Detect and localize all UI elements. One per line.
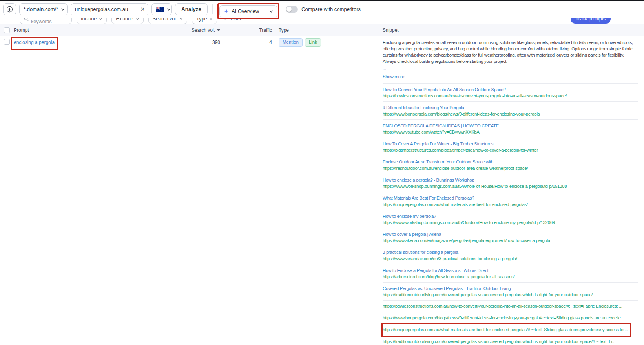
select-all-checkbox[interactable]	[4, 27, 10, 33]
result-url[interactable]: https://uniquepergolas.com.au/what-mater…	[383, 327, 630, 333]
sort-desc-icon	[217, 29, 220, 31]
row-bottom-border	[0, 343, 644, 343]
result-url[interactable]: https://www.bonpergola.com/blogs/news/9-…	[383, 111, 638, 117]
result-url[interactable]: https://www.bonpergola.com/blogs/news/9-…	[383, 315, 638, 321]
domain-query-field: ✕	[71, 3, 148, 15]
snippet-cell: Enclosing a pergola creates an all-seaso…	[383, 39, 638, 345]
row-checkbox[interactable]	[4, 39, 10, 45]
col-header-traffic-label: Traffic	[259, 28, 272, 33]
search-result-item: 9 Different Ideas for Enclosing Your Per…	[383, 101, 638, 119]
result-url[interactable]: https://www.workshop.bunnings.com.au/t5/…	[383, 183, 638, 189]
search-result-item: Covered Pergolas vs. Uncovered Pergolas …	[383, 282, 638, 300]
domain-scope-dropdown[interactable]: *.domain.com/*	[19, 3, 68, 15]
chevron-down-icon	[136, 18, 139, 20]
australia-flag-icon	[156, 7, 164, 12]
result-url[interactable]: https://traditionoutdoorliving.com/cover…	[383, 338, 638, 345]
type-badges: Mention Link	[279, 38, 321, 47]
result-url[interactable]: https://traditionoutdoorliving.com/cover…	[383, 292, 638, 298]
domain-query-input[interactable]	[75, 6, 138, 12]
compare-toggle-group: Compare with competitors	[286, 3, 361, 15]
chevron-down-icon	[209, 18, 213, 20]
compare-toggle-label: Compare with competitors	[301, 6, 361, 12]
search-result-item: How to enclose my pergola? https://www.w…	[383, 210, 638, 228]
plus-circle-icon	[6, 6, 13, 13]
search-result-item: How to cover a pergola | Akena https://w…	[383, 228, 638, 246]
toggle-knob	[286, 7, 292, 12]
table-header: Prompt Search vol. Traffic Type Snippet	[0, 24, 644, 36]
country-dropdown[interactable]	[151, 3, 172, 15]
result-title[interactable]: Enclose Outdoor Area: Transform Your Out…	[383, 159, 638, 165]
result-title[interactable]: 3 practical solutions for closing a perg…	[383, 249, 638, 255]
table-right-border	[639, 24, 639, 345]
search-result-item: How to enclose a pergola? - Bunnings Wor…	[383, 174, 638, 192]
result-url[interactable]: https://bowiesconstructions.com.au/how-t…	[383, 93, 638, 99]
search-result-item: https://bowiesconstructions.com.au/how-t…	[383, 300, 638, 312]
result-title[interactable]: How to Enclose a Pergola for All Seasons…	[383, 267, 638, 273]
chevron-down-icon	[167, 8, 171, 11]
analyze-button[interactable]: Analyze	[175, 3, 208, 15]
result-title[interactable]: ENCLOSED PERGOLA DESIGN IDEAS | HOW TO C…	[383, 123, 638, 129]
prompt-link[interactable]: enclosing a pergola	[14, 40, 55, 45]
ai-sparkle-icon	[224, 9, 229, 14]
result-title[interactable]: Covered Pergolas vs. Uncovered Pergolas …	[383, 285, 638, 292]
result-url[interactable]: https://www.akena.com/en/magazine/pergol…	[383, 237, 638, 244]
annotation-box-ai-overview: AI Overview	[217, 3, 279, 19]
window-top-edge	[0, 0, 644, 1]
result-url[interactable]: https://www.verandair.com/en/3-practical…	[383, 255, 638, 262]
result-title[interactable]: How to enclose my pergola?	[383, 213, 638, 219]
search-result-item: https://www.bonpergola.com/blogs/news/9-…	[383, 312, 638, 324]
result-title[interactable]: What Materials Are Best For Enclosed Per…	[383, 195, 638, 201]
chevron-down-icon	[179, 18, 183, 20]
analysis-toolbar: *.domain.com/* ✕	[0, 1, 644, 18]
search-result-item: https://traditionoutdoorliving.com/cover…	[383, 336, 638, 345]
compare-toggle[interactable]	[286, 6, 298, 13]
search-result-item: 3 practical solutions for closing a perg…	[383, 246, 638, 264]
app-window: Track prompts Search keywords Include Ex…	[0, 0, 644, 345]
col-header-search-vol-label: Search vol.	[192, 28, 215, 33]
result-title[interactable]: 9 Different Ideas for Enclosing Your Per…	[383, 105, 638, 111]
add-button[interactable]	[3, 3, 16, 15]
report-mode-dropdown[interactable]: AI Overview	[219, 5, 277, 17]
traffic-value: 4	[247, 40, 272, 45]
col-header-type[interactable]: Type	[279, 28, 289, 33]
result-url[interactable]: https://arborsdirect.com/blog/how-to-enc…	[383, 273, 638, 280]
search-result-item: Enclose Outdoor Area: Transform Your Out…	[383, 156, 638, 174]
domain-scope-value: *.domain.com/*	[24, 6, 58, 12]
chevron-down-icon	[269, 10, 273, 13]
result-title[interactable]: How To Cover A Pergola For Winter - Big …	[383, 141, 638, 147]
snippet-links: How To Convert Your Pergola Into An All-…	[383, 83, 638, 345]
result-title[interactable]: How to enclose a pergola? - Bunnings Wor…	[383, 177, 638, 183]
result-url[interactable]: https://bigtimberstructures.com/blogs/ti…	[383, 147, 638, 153]
result-title[interactable]: How To Convert Your Pergola Into An All-…	[383, 86, 638, 93]
col-header-prompt[interactable]: Prompt	[14, 28, 29, 33]
show-more-link[interactable]: Show more	[383, 73, 404, 80]
col-header-search-vol[interactable]: Search vol.	[173, 28, 220, 33]
result-url[interactable]: https://freshoutdoor.com.au/enclose-outd…	[383, 165, 638, 171]
chevron-down-icon	[99, 18, 102, 20]
search-vol-value: 390	[173, 40, 220, 45]
search-result-item: How to Enclose a Pergola for All Seasons…	[383, 264, 638, 282]
result-url[interactable]: https://www.youtube.com/watch?v=CBvwwnXX…	[383, 129, 638, 135]
search-result-item: How To Convert Your Pergola Into An All-…	[383, 83, 638, 101]
link-badge: Link	[305, 38, 321, 47]
clear-input-icon[interactable]: ✕	[140, 7, 145, 12]
result-title[interactable]: How to cover a pergola | Akena	[383, 231, 638, 237]
result-url[interactable]: https://uniquepergolas.com.au/what-mater…	[383, 201, 638, 207]
chevron-down-icon	[61, 8, 65, 11]
search-result-item: What Materials Are Best For Enclosed Per…	[383, 192, 638, 210]
col-header-snippet[interactable]: Snippet	[383, 28, 399, 33]
toolbar-divider	[212, 4, 213, 14]
search-result-item: ENCLOSED PERGOLA DESIGN IDEAS | HOW TO C…	[383, 119, 638, 138]
mention-badge: Mention	[279, 38, 303, 47]
snippet-text: Enclosing a pergola creates an all-seaso…	[383, 39, 638, 64]
search-result-item: How To Cover A Pergola For Winter - Big …	[383, 138, 638, 156]
search-result-item-highlighted: https://uniquepergolas.com.au/what-mater…	[383, 324, 630, 336]
result-url[interactable]: https://www.workshop.bunnings.com.au/t5/…	[383, 219, 638, 226]
report-mode-value: AI Overview	[232, 8, 266, 14]
snippet-ellipsis: ...	[383, 65, 638, 72]
result-url[interactable]: https://bowiesconstructions.com.au/how-t…	[383, 303, 638, 309]
col-header-traffic[interactable]: Traffic	[247, 28, 272, 33]
